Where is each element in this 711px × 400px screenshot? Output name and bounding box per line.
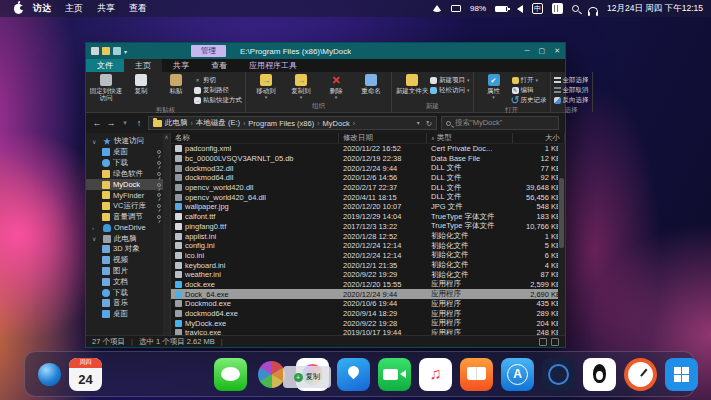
- sidebar-item-MyFinder[interactable]: MyFinder: [86, 190, 170, 201]
- ribbon-button-selnone[interactable]: 全部取消: [554, 85, 589, 95]
- battery-icon[interactable]: [495, 6, 508, 12]
- search-box[interactable]: 搜索"MyDock": [441, 116, 559, 130]
- app-store-icon[interactable]: [501, 358, 534, 391]
- menu-item-2[interactable]: 共享: [97, 2, 115, 15]
- sidebar-item-视频[interactable]: 视频: [86, 255, 170, 266]
- headset-icon[interactable]: [588, 7, 598, 13]
- sidebar-section-2[interactable]: ∨此电脑: [86, 233, 170, 244]
- display-icon[interactable]: [451, 5, 461, 12]
- table-row[interactable]: keyboard.ini2020/12/1 21:35初始化文件4 KB: [171, 260, 565, 270]
- table-row[interactable]: Dock_64.exe2020/12/24 9:44应用程序2,690 KB: [171, 289, 565, 299]
- sidebar-item-桌面[interactable]: 桌面: [86, 309, 170, 320]
- table-row[interactable]: calfont.ttf2019/12/29 14:04TrueType 字体文件…: [171, 212, 565, 222]
- ribbon-button-delete[interactable]: 删除▾: [319, 74, 353, 101]
- thumbnail-view-icon[interactable]: [551, 338, 559, 346]
- close-button[interactable]: ✕: [554, 47, 560, 55]
- table-row[interactable]: trayico.exe2019/10/17 19:44应用程序248 KB: [171, 328, 565, 335]
- table-row[interactable]: MyDock.exe2020/9/22 19:28应用程序204 KB: [171, 318, 565, 328]
- ribbon-button-pin[interactable]: 固定到快速访问: [89, 74, 123, 105]
- sidebar-item-VC运行库[interactable]: VC运行库: [86, 201, 170, 212]
- table-row[interactable]: opencv_world420_64.dll2020/4/11 18:15DLL…: [171, 192, 565, 202]
- tab-1[interactable]: 主页: [124, 59, 162, 72]
- table-row[interactable]: weather.ini2020/9/22 19:29初始化文件87 KB: [171, 270, 565, 280]
- ribbon-button-paste[interactable]: 粘贴: [159, 74, 193, 105]
- ribbon-button-props[interactable]: 属性▾: [477, 74, 511, 105]
- column-header-大小[interactable]: 大小: [513, 133, 565, 143]
- forward-icon[interactable]: →: [106, 118, 116, 128]
- address-dropdown-icon[interactable]: ▾: [417, 119, 420, 128]
- windows-icon[interactable]: [665, 358, 698, 391]
- music-icon[interactable]: ♫: [419, 358, 452, 391]
- table-row[interactable]: Dockmod.exe2020/10/6 19:44应用程序435 KB: [171, 299, 565, 309]
- menu-item-0[interactable]: 访达: [33, 2, 51, 15]
- history-dropdown-icon[interactable]: ▾: [120, 119, 130, 127]
- table-row[interactable]: padconfig.xml2020/11/22 16:52Cert Privat…: [171, 144, 565, 154]
- breadcrumb-item-3[interactable]: MyDock: [323, 119, 350, 128]
- menu-item-3[interactable]: 查看: [129, 2, 147, 15]
- minimize-button[interactable]: ─: [525, 47, 530, 55]
- input-method-icon[interactable]: 中: [532, 3, 543, 14]
- clock-icon[interactable]: [624, 358, 657, 391]
- ribbon-button-copy[interactable]: 复制: [124, 74, 158, 105]
- table-row[interactable]: config.ini2020/12/24 12:14初始化文件5 KB: [171, 241, 565, 251]
- volume-icon[interactable]: [517, 5, 523, 13]
- column-header-修改日期[interactable]: 修改日期: [339, 133, 427, 143]
- ribbon-button-selinv[interactable]: 反向选择: [554, 95, 589, 105]
- compass-icon[interactable]: [542, 358, 575, 391]
- ribbon-button-move[interactable]: 移动到▾: [249, 74, 283, 101]
- sidebar-section-0[interactable]: ∨快速访问: [86, 136, 170, 147]
- qq-icon[interactable]: [583, 358, 616, 391]
- sidebar-item-桌面[interactable]: 桌面: [86, 147, 170, 158]
- launcher-icon[interactable]: [38, 363, 61, 386]
- tab-2[interactable]: 共享: [162, 59, 200, 72]
- sidebar-item-3D 对象[interactable]: 3D 对象: [86, 244, 170, 255]
- menu-item-1[interactable]: 主页: [65, 2, 83, 15]
- breadcrumb-item-0[interactable]: 此电脑: [165, 118, 188, 128]
- table-row[interactable]: dockmod32.dll2020/12/24 9:44DLL 文件77 KB: [171, 163, 565, 173]
- ribbon-button-rename[interactable]: 重命名: [354, 74, 388, 101]
- ribbon-button-selall[interactable]: 全部选择: [554, 75, 589, 85]
- sidebar-section-1[interactable]: ›OneDrive: [86, 222, 170, 233]
- qat-properties-icon[interactable]: [91, 47, 99, 55]
- qat-customize-icon[interactable]: [113, 47, 121, 55]
- sidebar-item-绿色软件[interactable]: 绿色软件: [86, 168, 170, 179]
- column-header-类型[interactable]: ∧类型: [427, 133, 513, 143]
- tab-3[interactable]: 查看: [200, 59, 238, 72]
- ribbon-button-newfolder[interactable]: 新建文件夹: [395, 74, 429, 101]
- table-row[interactable]: pingfang0.ttf2017/12/3 13:22TrueType 字体文…: [171, 222, 565, 232]
- details-view-icon[interactable]: [539, 338, 547, 346]
- breadcrumb-item-1[interactable]: 本地磁盘 (E:): [196, 118, 240, 128]
- refresh-icon[interactable]: ↻: [426, 119, 432, 128]
- ribbon-button-path[interactable]: 复制路径: [194, 85, 242, 95]
- column-header-名称[interactable]: 名称: [171, 133, 339, 143]
- sidebar-scrollbar[interactable]: ∧: [163, 133, 170, 335]
- list-scrollbar[interactable]: [558, 144, 565, 335]
- table-row[interactable]: dock.exe2020/12/20 15:55应用程序2,599 KB: [171, 280, 565, 290]
- tab-4[interactable]: 应用程序工具: [238, 59, 308, 72]
- window-titlebar[interactable]: ▾ 管理 E:\Program Files (x86)\MyDock ─ ▢ ✕: [86, 43, 565, 59]
- back-icon[interactable]: ←: [92, 118, 102, 128]
- messages-icon[interactable]: [214, 358, 247, 391]
- sidebar-item-MyDock[interactable]: MyDock: [86, 179, 170, 190]
- facetime-icon[interactable]: [378, 358, 411, 391]
- scrollbar-thumb[interactable]: [559, 178, 564, 248]
- ribbon-button-cut[interactable]: 剪切: [194, 75, 242, 85]
- table-row[interactable]: bc_00000LVSQV3ARNLT_05.db2020/12/19 22:3…: [171, 154, 565, 164]
- sidebar-item-图片[interactable]: 图片: [86, 266, 170, 277]
- table-row[interactable]: opencv_world420.dll2020/2/17 22:37DLL 文件…: [171, 183, 565, 193]
- wifi-icon[interactable]: [432, 5, 442, 12]
- menu-bar-clock[interactable]: 12月24日 周四 下午12:15: [607, 3, 703, 15]
- manage-tab[interactable]: 管理: [191, 45, 226, 57]
- up-icon[interactable]: ↑: [134, 118, 144, 128]
- apple-logo-icon[interactable]: [14, 4, 23, 14]
- ribbon-button-shortcut[interactable]: 粘贴快捷方式: [194, 95, 242, 105]
- spotlight-search-icon[interactable]: [572, 5, 579, 12]
- maximize-button[interactable]: ▢: [539, 47, 546, 55]
- calendar-icon[interactable]: 周四24: [69, 358, 102, 391]
- table-row[interactable]: dockmod64.dll2020/12/6 14:56DLL 文件92 KB: [171, 173, 565, 183]
- table-row[interactable]: wallpaper.jpg2020/12/20 10:07JPG 文件548 K…: [171, 202, 565, 212]
- sidebar-item-文档[interactable]: 文档: [86, 276, 170, 287]
- books-icon[interactable]: [460, 358, 493, 391]
- table-row[interactable]: ico.ini2020/12/24 12:14初始化文件6 KB: [171, 251, 565, 261]
- qat-dropdown-icon[interactable]: ▾: [124, 48, 127, 55]
